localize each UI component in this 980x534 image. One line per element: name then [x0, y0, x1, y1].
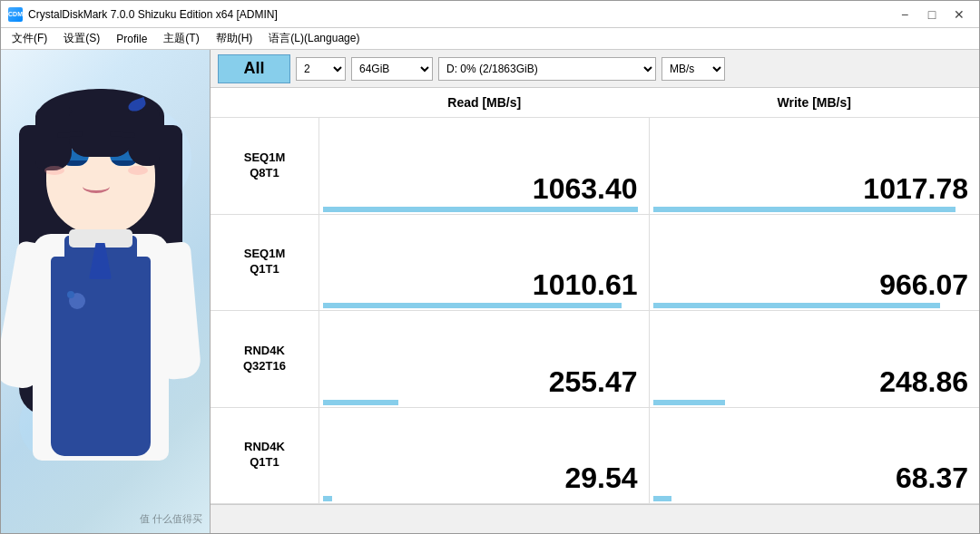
title-bar-left: CDM CrystalDiskMark 7.0.0 Shizuku Editio… [8, 7, 278, 22]
bench-read-bar-2 [323, 400, 638, 405]
header-empty [211, 92, 319, 113]
bench-read-value-0: 1063.40 [533, 174, 638, 203]
unit-select[interactable]: MB/s [662, 57, 725, 81]
bench-row: SEQ1M Q1T1 1010.61 966.07 [211, 215, 979, 312]
bench-label-3: RND4K Q1T1 [211, 408, 319, 504]
all-button[interactable]: All [218, 54, 290, 83]
bench-write-value-1: 966.07 [879, 270, 968, 299]
watermark: 值 什么值得买 [140, 512, 202, 526]
anime-panel: 值 什么值得买 [1, 50, 210, 533]
anime-character [19, 89, 201, 533]
bench-read-cell-1: 1010.61 [319, 215, 650, 311]
bench-write-cell-1: 966.07 [650, 215, 980, 311]
header-write: Write [MB/s] [650, 92, 980, 113]
bench-write-bar-0 [653, 207, 969, 212]
bench-write-bar-3 [653, 496, 969, 501]
iterations-select[interactable]: 2 [296, 57, 346, 81]
window-title: CrystalDiskMark 7.0.0 Shizuku Edition x6… [28, 8, 278, 21]
bench-read-bar-3 [323, 496, 638, 501]
main-content: 值 什么值得买 All 2 64GiB D: 0% (2/1863GiB) MB… [1, 50, 979, 533]
bench-row: RND4K Q32T16 255.47 248.86 [211, 311, 979, 408]
header-read: Read [MB/s] [319, 92, 650, 113]
bench-write-value-0: 1017.78 [863, 174, 968, 203]
main-window: CDM CrystalDiskMark 7.0.0 Shizuku Editio… [0, 0, 980, 534]
bench-write-bar-1 [653, 303, 969, 308]
drive-select[interactable]: D: 0% (2/1863GiB) [438, 57, 656, 81]
menu-language[interactable]: 语言(L)(Language) [261, 29, 367, 48]
bench-read-value-3: 29.54 [564, 463, 637, 492]
menu-profile[interactable]: Profile [109, 31, 154, 47]
bench-label-2: RND4K Q32T16 [211, 311, 319, 407]
bench-label-0: SEQ1M Q8T1 [211, 118, 319, 214]
bench-read-cell-2: 255.47 [319, 311, 650, 407]
menu-bar: 文件(F) 设置(S) Profile 主题(T) 帮助(H) 语言(L)(La… [1, 28, 979, 50]
bench-read-bar-0 [323, 207, 638, 212]
bench-write-cell-3: 68.37 [650, 408, 980, 504]
menu-theme[interactable]: 主题(T) [156, 29, 206, 48]
bench-write-cell-0: 1017.78 [650, 118, 980, 214]
bench-read-cell-0: 1063.40 [319, 118, 650, 214]
title-bar: CDM CrystalDiskMark 7.0.0 Shizuku Editio… [1, 1, 979, 28]
menu-settings[interactable]: 设置(S) [56, 29, 107, 48]
bench-read-bar-1 [323, 303, 638, 308]
bench-write-value-2: 248.86 [879, 367, 968, 396]
menu-file[interactable]: 文件(F) [5, 29, 54, 48]
maximize-button[interactable]: □ [919, 5, 945, 24]
status-bar [211, 504, 979, 533]
bench-label-1: SEQ1M Q1T1 [211, 215, 319, 311]
bench-row: SEQ1M Q8T1 1063.40 1017.78 [211, 118, 979, 215]
minimize-button[interactable]: − [892, 5, 917, 24]
column-headers: Read [MB/s] Write [MB/s] [211, 88, 979, 118]
controls-row: All 2 64GiB D: 0% (2/1863GiB) MB/s [211, 50, 979, 88]
close-button[interactable]: ✕ [946, 5, 972, 24]
bench-read-value-2: 255.47 [549, 367, 638, 396]
bench-row: RND4K Q1T1 29.54 68.37 [211, 408, 979, 505]
benchmark-rows: SEQ1M Q8T1 1063.40 1017.78 SEQ1M Q1T1 10… [211, 118, 979, 504]
menu-help[interactable]: 帮助(H) [209, 29, 260, 48]
title-bar-controls: − □ ✕ [892, 5, 972, 24]
bench-write-bar-2 [653, 400, 969, 405]
bench-read-value-1: 1010.61 [533, 270, 638, 299]
bench-write-value-3: 68.37 [896, 463, 968, 492]
bench-write-cell-2: 248.86 [650, 311, 980, 407]
bench-read-cell-3: 29.54 [319, 408, 650, 504]
app-icon: CDM [8, 7, 23, 22]
benchmark-panel: All 2 64GiB D: 0% (2/1863GiB) MB/s Read … [210, 50, 979, 533]
test-size-select[interactable]: 64GiB [351, 57, 433, 81]
